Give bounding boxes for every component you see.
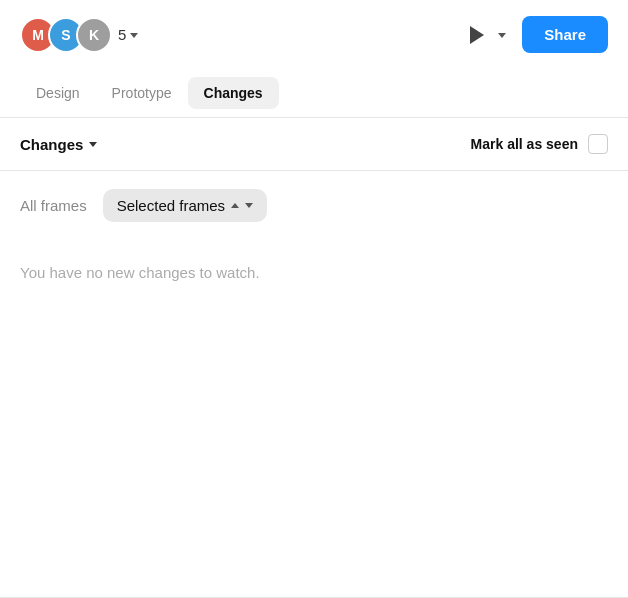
collaborator-count-number: 5 [118,26,126,43]
avatar-group: M S K 5 [20,17,138,53]
all-frames-label[interactable]: All frames [20,197,87,214]
pill-chevron-up-icon [231,203,239,208]
collaborator-count[interactable]: 5 [118,26,138,43]
tab-design[interactable]: Design [20,77,96,109]
share-button[interactable]: Share [522,16,608,53]
changes-header: Changes Mark all as seen [0,118,628,171]
changes-title-label: Changes [20,136,83,153]
changes-chevron-icon [89,142,97,147]
chevron-down-icon [498,33,506,38]
changes-title[interactable]: Changes [20,136,97,153]
tab-bar: Design Prototype Changes [0,69,628,118]
empty-state-message: You have no new changes to watch. [0,240,628,305]
play-dropdown-button[interactable] [494,24,510,46]
play-btn-group [460,18,510,52]
tab-prototype[interactable]: Prototype [96,77,188,109]
tab-changes[interactable]: Changes [188,77,279,109]
avatar-user-k: K [76,17,112,53]
filter-row: All frames Selected frames [0,171,628,240]
pill-chevron-down-icon [245,203,253,208]
selected-frames-pill[interactable]: Selected frames [103,189,267,222]
mark-all-label: Mark all as seen [471,136,578,152]
selected-frames-label: Selected frames [117,197,225,214]
mark-all-checkbox[interactable] [588,134,608,154]
chevron-down-icon [130,33,138,38]
play-triangle-icon [470,26,484,44]
top-bar: M S K 5 Share [0,0,628,69]
play-button[interactable] [460,18,492,52]
